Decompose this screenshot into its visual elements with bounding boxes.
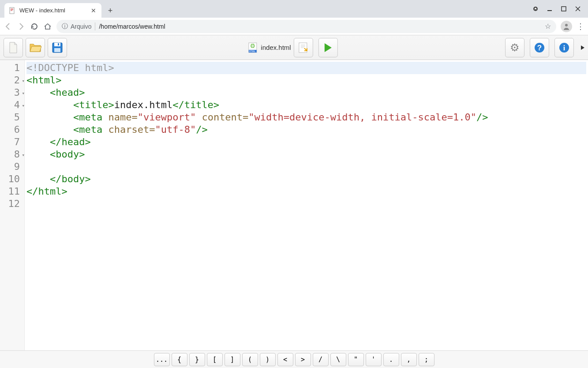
open-file-button[interactable] xyxy=(26,38,45,57)
line-number[interactable]: 11 xyxy=(0,185,24,198)
svg-rect-2 xyxy=(547,10,552,11)
code-line[interactable]: <html> xyxy=(26,74,586,86)
minimize-button[interactable] xyxy=(546,5,554,13)
new-tab-button[interactable]: + xyxy=(104,4,116,17)
line-number[interactable]: 1 xyxy=(0,62,24,74)
window-control-icon[interactable] xyxy=(532,5,539,13)
browser-tab[interactable]: WEW - index.html ✕ xyxy=(4,3,101,18)
line-number[interactable]: 6 xyxy=(0,124,24,136)
symbol-button[interactable]: > xyxy=(295,353,311,366)
url-path: /home/marcos/wew.html xyxy=(99,23,165,30)
line-number[interactable]: 5 xyxy=(0,111,24,124)
code-line[interactable]: </body> xyxy=(26,173,586,185)
symbol-button[interactable]: } xyxy=(189,353,205,366)
line-number[interactable]: 2 xyxy=(0,74,24,86)
current-file-indicator[interactable]: HTML index.html xyxy=(247,42,291,53)
tab-close-button[interactable]: ✕ xyxy=(90,7,97,14)
symbol-button[interactable]: ' xyxy=(366,353,382,366)
gear-icon: ⚙ xyxy=(510,41,520,54)
profile-avatar-icon[interactable] xyxy=(561,21,572,32)
url-scheme-label: Arquivo xyxy=(71,23,91,30)
symbol-button[interactable]: [ xyxy=(207,353,223,366)
help-icon: ? xyxy=(534,42,545,53)
code-area[interactable]: <!DOCTYPE html><html> <head> <title>inde… xyxy=(25,60,588,350)
symbol-button[interactable]: / xyxy=(313,353,329,366)
symbol-button[interactable]: ( xyxy=(242,353,258,366)
line-number[interactable]: 3 xyxy=(0,86,24,99)
refresh-preview-button[interactable] xyxy=(294,38,313,57)
svg-rect-7 xyxy=(54,48,60,52)
browser-menu-button[interactable]: ⋮ xyxy=(577,22,584,31)
symbol-button[interactable]: . xyxy=(383,353,399,366)
save-file-button[interactable] xyxy=(48,38,67,57)
close-button[interactable] xyxy=(574,5,582,13)
home-button[interactable] xyxy=(43,22,52,31)
maximize-button[interactable] xyxy=(560,5,568,13)
reload-button[interactable] xyxy=(30,22,39,31)
html-file-icon: HTML xyxy=(247,42,258,53)
svg-rect-8 xyxy=(58,43,59,45)
line-number[interactable]: 9 xyxy=(0,161,24,173)
svg-rect-6 xyxy=(54,43,60,46)
line-number[interactable]: 8 xyxy=(0,148,24,161)
titlebar: WEW - index.html ✕ + xyxy=(0,0,588,18)
line-gutter[interactable]: 123456789101112 xyxy=(0,60,25,350)
code-line[interactable]: <title>index.html</title> xyxy=(26,99,586,111)
symbol-button[interactable]: { xyxy=(172,353,187,366)
toolbar-overflow-icon[interactable] xyxy=(581,45,584,50)
symbol-button[interactable]: \ xyxy=(330,353,346,366)
symbol-button[interactable]: ] xyxy=(225,353,240,366)
code-line[interactable]: <head> xyxy=(26,86,586,99)
code-line[interactable]: </head> xyxy=(26,136,586,148)
symbol-button[interactable]: " xyxy=(348,353,364,366)
code-line[interactable]: <meta charset="utf-8"/> xyxy=(26,124,586,136)
back-button[interactable] xyxy=(4,22,12,31)
svg-text:HTML: HTML xyxy=(249,50,255,53)
help-button[interactable]: ? xyxy=(530,38,549,57)
info-icon: i xyxy=(558,42,570,53)
app-toolbar: HTML index.html ⚙ ? i xyxy=(0,35,588,60)
code-line[interactable]: <!DOCTYPE html> xyxy=(26,62,586,74)
symbol-toolbar: ...{}[]()<>/\"'.,; xyxy=(0,350,588,368)
svg-text:?: ? xyxy=(537,44,542,52)
settings-button[interactable]: ⚙ xyxy=(505,38,524,57)
symbol-button[interactable]: ... xyxy=(154,353,170,366)
code-editor[interactable]: 123456789101112 <!DOCTYPE html><html> <h… xyxy=(0,60,588,350)
symbol-button[interactable]: ) xyxy=(260,353,276,366)
new-file-button[interactable] xyxy=(4,38,23,57)
current-file-name: index.html xyxy=(261,44,291,51)
window-controls xyxy=(532,0,585,18)
run-button[interactable] xyxy=(318,38,338,57)
tab-title: WEW - index.html xyxy=(19,7,90,14)
bookmark-star-icon[interactable]: ☆ xyxy=(545,22,551,30)
line-number[interactable]: 12 xyxy=(0,198,24,210)
about-button[interactable]: i xyxy=(554,38,574,57)
code-line[interactable] xyxy=(26,161,586,173)
line-number[interactable]: 7 xyxy=(0,136,24,148)
line-number[interactable]: 4 xyxy=(0,99,24,111)
code-line[interactable]: <body> xyxy=(26,148,586,161)
url-info-icon[interactable]: ⓘ Arquivo xyxy=(62,23,91,30)
symbol-button[interactable]: ; xyxy=(419,353,434,366)
play-icon xyxy=(325,43,332,52)
symbol-button[interactable]: , xyxy=(401,353,417,366)
navbar: ⓘ Arquivo /home/marcos/wew.html ☆ ⋮ xyxy=(0,18,588,35)
svg-point-4 xyxy=(565,24,568,26)
code-line[interactable] xyxy=(26,198,586,210)
url-bar[interactable]: ⓘ Arquivo /home/marcos/wew.html ☆ xyxy=(56,20,556,33)
svg-text:i: i xyxy=(563,44,566,52)
favicon-icon xyxy=(9,7,16,14)
forward-button[interactable] xyxy=(17,22,26,31)
url-separator xyxy=(95,23,95,30)
code-line[interactable]: </html> xyxy=(26,185,586,198)
line-number[interactable]: 10 xyxy=(0,173,24,185)
code-line[interactable]: <meta name="viewport" content="width=dev… xyxy=(26,111,586,124)
symbol-button[interactable]: < xyxy=(277,353,293,366)
svg-rect-3 xyxy=(562,7,566,11)
